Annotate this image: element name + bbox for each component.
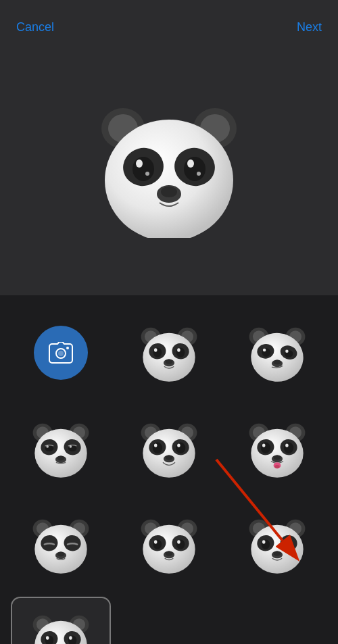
panda-variant-5: [247, 420, 308, 478]
svg-point-12: [197, 172, 201, 176]
svg-point-119: [274, 551, 281, 555]
svg-point-77: [261, 442, 270, 453]
svg-point-40: [263, 348, 266, 351]
svg-point-43: [274, 360, 281, 364]
svg-point-74: [251, 428, 303, 477]
panda-variant-2: [247, 324, 308, 382]
svg-point-82: [274, 455, 281, 460]
panda-grid-cell-selected[interactable]: [11, 597, 111, 644]
grid-section: [0, 295, 338, 644]
panda-grid-cell-6[interactable]: [11, 501, 111, 589]
svg-point-16: [58, 351, 64, 356]
svg-point-9: [136, 159, 143, 168]
panda-variant-3: [30, 420, 91, 478]
svg-point-93: [57, 551, 65, 556]
panda-preview-svg: [95, 103, 243, 238]
camera-icon: [34, 326, 88, 380]
panda-grid-cell-7[interactable]: [119, 501, 219, 589]
panda-grid-cell-3[interactable]: [11, 405, 111, 493]
svg-point-116: [262, 540, 266, 543]
svg-point-28: [177, 348, 180, 351]
panda-grid-cell-1[interactable]: [119, 309, 219, 397]
svg-point-117: [285, 540, 289, 543]
svg-point-106: [166, 551, 173, 555]
svg-point-4: [105, 120, 233, 238]
next-button[interactable]: Next: [297, 20, 322, 34]
svg-point-130: [69, 636, 72, 639]
emoji-grid: [11, 309, 327, 644]
svg-point-53: [46, 445, 49, 448]
svg-point-66: [154, 443, 158, 447]
svg-point-69: [166, 455, 173, 460]
panda-variant-selected: [30, 612, 91, 645]
svg-point-14: [161, 187, 177, 197]
svg-point-27: [154, 348, 158, 351]
panda-grid-cell-4[interactable]: [119, 405, 219, 493]
panda-variant-8: [247, 516, 308, 574]
panda-grid-cell-8[interactable]: [227, 501, 327, 589]
svg-point-10: [187, 159, 194, 168]
svg-point-78: [284, 442, 293, 453]
svg-point-65: [176, 442, 185, 453]
svg-point-61: [143, 428, 195, 477]
svg-point-98: [143, 524, 195, 573]
svg-point-54: [70, 445, 72, 448]
cancel-button[interactable]: Cancel: [16, 20, 54, 34]
top-bar: Cancel Next: [0, 0, 338, 45]
panda-variant-6: [30, 516, 91, 574]
svg-point-67: [177, 443, 180, 447]
svg-point-11: [145, 172, 149, 176]
svg-point-56: [57, 455, 65, 460]
svg-point-64: [153, 442, 162, 453]
svg-point-41: [285, 349, 289, 353]
camera-button[interactable]: [34, 326, 88, 380]
panda-variant-1: [139, 324, 199, 382]
svg-point-48: [34, 428, 87, 477]
svg-point-129: [46, 636, 49, 639]
svg-point-80: [285, 443, 289, 447]
svg-point-17: [66, 347, 69, 349]
panda-preview: [95, 103, 243, 238]
svg-point-104: [177, 540, 180, 543]
panda-variant-7: [139, 516, 199, 574]
panda-variant-4: [139, 420, 199, 478]
panda-grid-cell-2[interactable]: [227, 309, 327, 397]
svg-point-22: [143, 332, 195, 381]
preview-area: [0, 45, 338, 295]
svg-point-84: [274, 464, 279, 468]
svg-point-7: [132, 157, 154, 181]
svg-point-30: [166, 359, 173, 364]
panda-grid-cell-5[interactable]: [227, 405, 327, 493]
svg-point-103: [154, 540, 158, 543]
svg-point-8: [184, 157, 206, 181]
camera-grid-cell[interactable]: [11, 309, 111, 397]
svg-point-79: [262, 443, 266, 447]
svg-point-111: [251, 524, 303, 573]
svg-point-89: [34, 524, 87, 573]
